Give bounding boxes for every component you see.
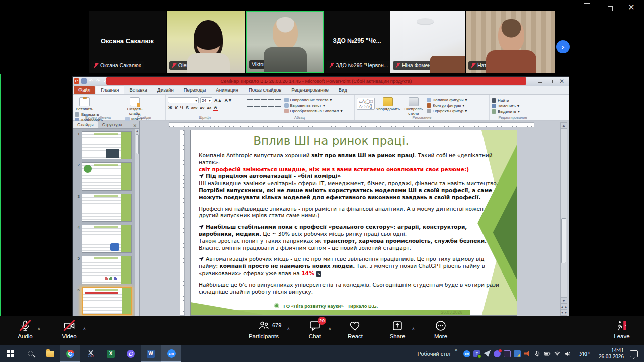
main-scrollbar[interactable]: ▲ ▼ ▲▲ ▼▼ bbox=[560, 122, 567, 316]
font-color-button[interactable]: А bbox=[213, 105, 218, 111]
shape-effects-button[interactable]: Эффекты фигур▾ bbox=[427, 109, 467, 113]
tray-zoom-icon[interactable]: zm bbox=[463, 350, 470, 357]
scroll-down-icon[interactable]: ▼ bbox=[561, 297, 567, 303]
slide-thumbnail-6[interactable] bbox=[82, 287, 132, 315]
replace-button[interactable]: Заменить▾ bbox=[492, 104, 520, 108]
taskbar-zoom[interactable]: zm bbox=[161, 345, 181, 362]
numbering-button[interactable] bbox=[254, 98, 260, 102]
tab-design[interactable]: Дизайн bbox=[153, 86, 178, 94]
participant-tile[interactable]: Ніна Фоменко bbox=[390, 11, 465, 73]
next-slide-button[interactable]: ▼▼ bbox=[561, 309, 567, 315]
save-button[interactable] bbox=[81, 78, 87, 84]
slide-thumbnail-1[interactable] bbox=[82, 131, 132, 159]
quick-styles-button[interactable]: Экспресс-стили bbox=[403, 97, 425, 116]
react-button[interactable]: React bbox=[336, 319, 374, 339]
tray-teams-icon[interactable]: T bbox=[473, 350, 480, 357]
participant-tile[interactable]: Olena Udalova bbox=[167, 11, 245, 73]
more-button[interactable]: More bbox=[422, 319, 460, 339]
previous-slide-button[interactable]: ▲▲ bbox=[561, 303, 567, 309]
slide-thumbnail-4[interactable] bbox=[82, 225, 132, 253]
language-indicator[interactable]: УКР bbox=[579, 351, 590, 357]
taskbar-snipping-tool[interactable] bbox=[80, 345, 101, 362]
participant-tile-active-speaker[interactable]: Viktor Tyrkalo bbox=[246, 11, 324, 73]
bullets-button[interactable] bbox=[247, 98, 253, 102]
window-close-button[interactable]: ✕ bbox=[628, 4, 635, 11]
convert-smartart-button[interactable]: Преобразовать в SmartArt▾ bbox=[284, 109, 343, 113]
font-name-combobox[interactable]: ▾ bbox=[168, 97, 199, 103]
ppt-close-button[interactable]: ✕ bbox=[559, 79, 565, 84]
tray-battery-icon[interactable] bbox=[544, 350, 551, 357]
taskbar-viber[interactable] bbox=[121, 345, 141, 362]
tray-telegram-icon[interactable] bbox=[484, 350, 491, 357]
ppt-restore-button[interactable] bbox=[549, 80, 553, 83]
text-shadow-button[interactable]: abv bbox=[191, 106, 198, 110]
line-spacing-button[interactable] bbox=[275, 98, 281, 102]
underline-button[interactable]: Ч bbox=[180, 105, 184, 110]
arrange-button[interactable]: Упорядочить bbox=[377, 97, 399, 111]
slide-thumbnail-2[interactable] bbox=[82, 162, 132, 191]
align-left-button[interactable] bbox=[247, 105, 253, 109]
text-direction-button[interactable]: Направление текста▾ bbox=[284, 98, 343, 102]
tray-volume-icon[interactable] bbox=[564, 350, 571, 357]
strikethrough-button[interactable]: S bbox=[185, 105, 189, 110]
grow-font-button[interactable]: A▲ bbox=[214, 98, 222, 103]
undo-button[interactable]: ↶ bbox=[88, 78, 94, 84]
panel-scrollbar[interactable]: ▲ bbox=[135, 129, 139, 316]
increase-indent-button[interactable] bbox=[268, 98, 274, 102]
share-options-caret[interactable]: ∧ bbox=[412, 326, 415, 331]
taskbar-chrome[interactable] bbox=[60, 345, 80, 362]
align-text-button[interactable]: Выровнять текст▾ bbox=[284, 103, 343, 108]
window-minimize-button[interactable] bbox=[584, 3, 590, 4]
tab-animation[interactable]: Анимация bbox=[211, 86, 243, 94]
font-size-combobox[interactable]: 24▾ bbox=[200, 97, 212, 103]
ppt-title-bar[interactable]: P ↶ ↷ ✓ ▾ Семінар Тиркало В.Б 26.03.26 1… bbox=[73, 77, 569, 86]
tray-speaker-app-icon[interactable] bbox=[524, 350, 531, 357]
tab-review[interactable]: Рецензирование bbox=[287, 86, 333, 94]
redo-button[interactable]: ↷ bbox=[95, 78, 101, 84]
shape-outline-button[interactable]: Контур фигуры▾ bbox=[427, 103, 467, 108]
participant-tile[interactable]: Оксана Сакалюк Оксана Сакалюк bbox=[89, 11, 166, 73]
select-button[interactable]: Выделить▾ bbox=[492, 109, 520, 114]
new-slide-button[interactable]: Создать слайд bbox=[126, 97, 143, 116]
panel-tab-outline[interactable]: Структура bbox=[98, 121, 126, 128]
align-center-button[interactable] bbox=[254, 105, 260, 109]
taskbar-word[interactable]: W bbox=[141, 345, 161, 362]
scrollbar-thumb[interactable] bbox=[561, 218, 566, 263]
video-options-caret[interactable]: ∧ bbox=[83, 326, 86, 331]
toolbar-overflow-chevron[interactable]: » bbox=[455, 347, 458, 353]
scroll-up-icon[interactable]: ▲ bbox=[561, 123, 567, 129]
taskbar-clock[interactable]: 14:41 26.03.2026 bbox=[599, 348, 624, 360]
columns-button[interactable] bbox=[275, 105, 281, 109]
tab-insert[interactable]: Вставка bbox=[125, 86, 152, 94]
tray-photos-icon[interactable] bbox=[514, 350, 521, 357]
panel-close-icon[interactable]: ✕ bbox=[130, 123, 139, 128]
tray-microphone-icon[interactable] bbox=[534, 350, 541, 357]
shapes-gallery[interactable]: ▭╲◯□ △⇨☆{} bbox=[357, 98, 375, 110]
bold-button[interactable]: Ж bbox=[168, 105, 173, 110]
taskbar-file-explorer[interactable] bbox=[40, 345, 60, 362]
video-button[interactable]: Video ∧ bbox=[50, 319, 89, 339]
start-button[interactable] bbox=[0, 345, 20, 362]
audio-options-caret[interactable]: ∧ bbox=[37, 326, 41, 331]
tray-wifi-icon[interactable] bbox=[554, 350, 561, 357]
panel-tab-slides[interactable]: Слайды bbox=[73, 121, 98, 128]
find-button[interactable]: Найти bbox=[492, 98, 520, 103]
tray-viber-icon[interactable] bbox=[494, 350, 501, 357]
audio-button[interactable]: Audio ∧ bbox=[6, 319, 44, 339]
shrink-font-button[interactable]: A▼ bbox=[224, 98, 232, 103]
chat-options-caret[interactable]: ∧ bbox=[328, 326, 332, 331]
participants-button[interactable]: 679 Participants ∧ bbox=[245, 319, 283, 339]
paste-button[interactable]: Вставить bbox=[76, 97, 93, 111]
leave-button[interactable]: Leave bbox=[603, 319, 641, 339]
character-spacing-button[interactable]: AV bbox=[199, 106, 205, 110]
ppt-minimize-button[interactable] bbox=[538, 82, 542, 83]
window-maximize-button[interactable] bbox=[608, 6, 613, 11]
shape-fill-button[interactable]: Заливка фигуры▾ bbox=[427, 98, 467, 102]
tab-slideshow[interactable]: Показ слайдов bbox=[244, 86, 286, 94]
chat-button[interactable]: 20 Chat ∧ bbox=[296, 319, 334, 339]
taskbar-search-button[interactable] bbox=[20, 345, 40, 362]
tab-file[interactable]: Файл bbox=[74, 86, 95, 94]
change-case-button[interactable]: Aa bbox=[206, 106, 212, 110]
slide-thumbnail-5[interactable] bbox=[82, 256, 132, 284]
tab-home[interactable]: Главная bbox=[96, 85, 124, 94]
